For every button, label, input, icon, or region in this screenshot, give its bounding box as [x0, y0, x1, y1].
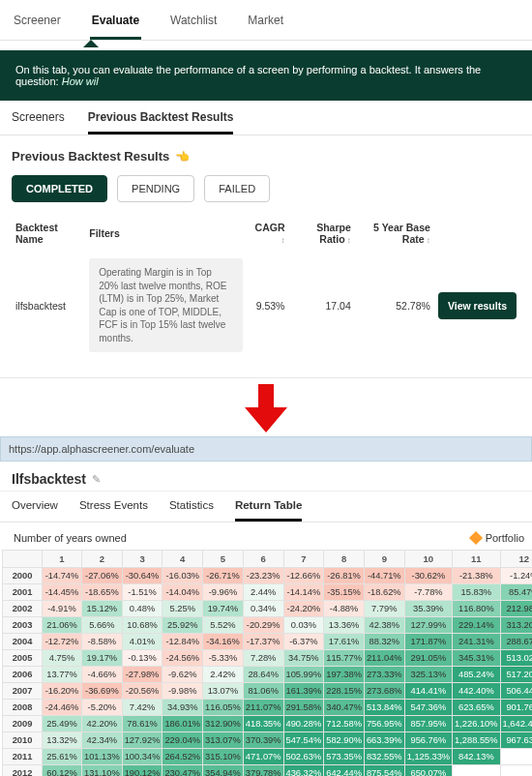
return-cell: 513.02% [500, 650, 532, 667]
return-cell: 490.28% [283, 716, 324, 732]
col-header[interactable]: 3 [122, 551, 163, 568]
return-cell: 370.39% [243, 732, 283, 749]
status-failed-button[interactable]: FAILED [204, 175, 270, 202]
col-header[interactable]: 10 [404, 551, 452, 568]
edit-pencil-icon[interactable]: ✎ [92, 473, 101, 486]
return-cell: -20.56% [122, 683, 163, 700]
col-header[interactable]: 12 [500, 551, 532, 568]
subtab-previous-results[interactable]: Previous Backtest Results [88, 110, 234, 134]
col-cagr[interactable]: CAGR [247, 216, 288, 251]
return-cell: 663.39% [364, 732, 404, 749]
return-cell: 228.15% [324, 683, 365, 700]
return-cell: 25.92% [163, 617, 203, 634]
row-year: 2010 [3, 732, 43, 749]
tab-screener[interactable]: Screener [12, 10, 63, 40]
return-cell: 241.31% [453, 634, 500, 650]
return-cell: 211.04% [364, 650, 404, 667]
return-cell: 379.78% [243, 765, 283, 777]
col-sharpe[interactable]: Sharpe Ratio [288, 216, 354, 251]
return-cell: -8.58% [82, 634, 123, 650]
return-cell: -14.04% [163, 584, 203, 601]
return-cell: 127.99% [404, 617, 452, 634]
return-cell: 229.04% [163, 732, 203, 749]
row-year: 2007 [3, 683, 43, 700]
return-table: 1234567891011122000-14.74%-27.06%-30.64%… [2, 550, 532, 776]
backtest-row: ilfsbacktest Operating Margin is in Top … [12, 251, 520, 360]
col-header[interactable]: 2 [82, 551, 123, 568]
panel-title: Previous Backtest Results [12, 149, 169, 164]
return-cell: 13.07% [203, 683, 244, 700]
tab-market[interactable]: Market [246, 10, 285, 40]
return-cell: 288.67% [500, 634, 532, 650]
url-bar[interactable]: https://app.alphascreener.com/evaluate [0, 436, 532, 462]
return-cell: 13.36% [324, 617, 365, 634]
return-cell: 650.07% [404, 765, 452, 777]
return-cell: 171.87% [404, 634, 452, 650]
col-header[interactable]: 1 [43, 551, 82, 568]
col-header[interactable]: 5 [203, 551, 244, 568]
return-cell: 502.63% [283, 749, 324, 765]
return-cell: 60.12% [43, 765, 82, 777]
flow-arrow-icon [0, 378, 532, 436]
col-header[interactable]: 6 [243, 551, 283, 568]
return-cell: 7.28% [243, 650, 283, 667]
return-cell: 13.77% [43, 667, 82, 683]
return-cell: -35.15% [324, 584, 365, 601]
return-cell: -9.62% [163, 667, 203, 683]
return-cell: 291.58% [283, 700, 324, 716]
tab-evaluate[interactable]: Evaluate [90, 10, 141, 40]
return-cell: 901.76% [500, 700, 532, 716]
return-cell: -1.51% [122, 584, 163, 601]
view-results-button[interactable]: View results [438, 292, 517, 319]
return-cell [500, 765, 532, 777]
detail-tab-overview[interactable]: Overview [12, 499, 58, 522]
col-header[interactable]: 9 [364, 551, 404, 568]
return-cell: 312.90% [203, 716, 244, 732]
return-cell: -4.66% [82, 667, 123, 683]
return-cell: -12.84% [163, 634, 203, 650]
col-header[interactable]: 11 [453, 551, 500, 568]
return-cell: 2.44% [243, 584, 283, 601]
return-cell: 273.68% [364, 683, 404, 700]
return-cell: 42.20% [82, 716, 123, 732]
return-cell: 5.66% [82, 617, 123, 634]
return-cell: 21.06% [43, 617, 82, 634]
tab-watchlist[interactable]: Watchlist [168, 10, 219, 40]
detail-tab-statistics[interactable]: Statistics [169, 499, 214, 522]
return-cell: 25.61% [43, 749, 82, 765]
return-cell: 414.41% [404, 683, 452, 700]
return-cell: 78.61% [122, 716, 163, 732]
col-base5[interactable]: 5 Year Base Rate [355, 216, 434, 251]
return-cell: -24.20% [283, 601, 324, 617]
col-header[interactable]: 8 [324, 551, 365, 568]
status-pending-button[interactable]: PENDING [117, 175, 194, 202]
return-cell: 116.80% [453, 601, 500, 617]
return-cell: -7.78% [404, 584, 452, 601]
portfolio-diamond-icon [469, 531, 483, 545]
top-nav-tabs: Screener Evaluate Watchlist Market [0, 0, 532, 41]
row-cagr: 9.53% [247, 251, 288, 360]
return-cell: 513.84% [364, 700, 404, 716]
col-filters[interactable]: Filters [85, 216, 247, 251]
detail-tab-stress[interactable]: Stress Events [79, 499, 148, 522]
return-cell: 264.52% [163, 749, 203, 765]
col-header[interactable]: 7 [283, 551, 324, 568]
detail-tab-return-table[interactable]: Return Table [235, 499, 302, 522]
banner-emph: How wil [62, 75, 99, 87]
return-cell: 15.12% [82, 601, 123, 617]
return-cell: -5.33% [203, 650, 244, 667]
status-completed-button[interactable]: COMPLETED [12, 175, 107, 202]
subtab-screeners[interactable]: Screeners [12, 110, 65, 134]
col-backtest-name[interactable]: Backtest Name [12, 216, 85, 251]
return-cell: 436.32% [283, 765, 324, 777]
col-header[interactable]: 4 [163, 551, 203, 568]
active-tab-arrow-icon [83, 40, 99, 47]
return-cell: 81.06% [243, 683, 283, 700]
return-cell: 0.34% [243, 601, 283, 617]
return-cell: 88.32% [364, 634, 404, 650]
return-cell: 506.44% [500, 683, 532, 700]
return-cell: 967.63% [500, 732, 532, 749]
return-cell: -21.38% [453, 568, 500, 584]
row-year: 2012 [3, 765, 43, 777]
return-cell: 547.54% [283, 732, 324, 749]
